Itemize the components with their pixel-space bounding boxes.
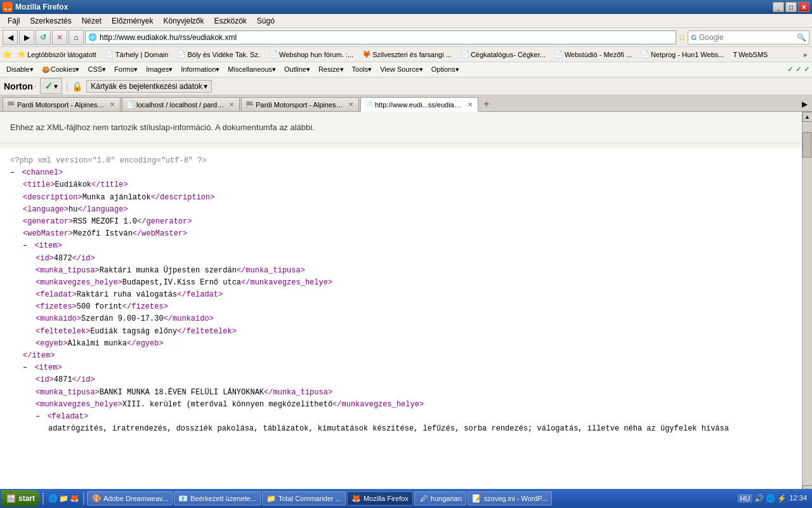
minus-item2[interactable]: – (23, 363, 27, 372)
taskbar-totalcommander[interactable]: 📁 Total Commander ... (262, 491, 346, 505)
webdev-bar: Disable▾ 🍪 Cookies▾ CSS▾ Forms▾ Images▾ … (0, 62, 812, 77)
norton-lock-icon: 🔒 (72, 81, 82, 91)
bookmark-webstudio[interactable]: 📄 Webstúdió - Mezőfi ... (551, 49, 636, 60)
xml-id2-line: <id>4871</id> (10, 374, 792, 386)
taskbar-dreamweaver[interactable]: 🎨 Adobe Dreamweav... (87, 491, 173, 505)
bookmark-most-visited[interactable]: ⭐ Legtöbbször látogatott (13, 49, 100, 60)
wd-outline[interactable]: Outline▾ (280, 64, 314, 76)
stop-button[interactable]: ✕ (52, 30, 67, 45)
bookmark-netprog[interactable]: 📄 Netprog - Hun1 Webs... (637, 49, 728, 60)
clock: 12:34 (789, 494, 807, 502)
menu-edit[interactable]: Szerkesztés (25, 15, 76, 27)
tab-close-1[interactable]: ✕ (228, 101, 235, 108)
wd-tools[interactable]: Tools▾ (348, 64, 376, 76)
bookmark-icon-3: 📄 (269, 50, 278, 58)
tab-close-3[interactable]: ✕ (466, 101, 474, 108)
menu-view[interactable]: Nézet (77, 15, 107, 27)
bookmark-szilveszteri[interactable]: 🦊 Szilveszteri és farsangi ... (358, 49, 455, 60)
norton-cards-dropdown[interactable]: Kártyák és bejelentkezési adatok ▾ (86, 80, 211, 93)
xml-pi-line: <?php xml version="1.0" encoding="utf-8"… (10, 155, 792, 167)
totalcommander-icon: 📁 (266, 493, 277, 504)
wd-forms[interactable]: Forms▾ (110, 64, 141, 76)
quick-launch: 🌐 📁 🦊 (46, 493, 81, 504)
back-button[interactable]: ◀ (3, 30, 18, 45)
minus-feladat2[interactable]: – (36, 412, 40, 421)
menu-tools[interactable]: Eszközök (209, 15, 251, 27)
quicklaunch-firefox[interactable]: 🦊 (69, 493, 79, 504)
tray-power-icon[interactable]: ⚡ (777, 494, 787, 503)
search-area: G 🔍 (688, 30, 809, 44)
tray-sound-icon[interactable]: 🔊 (754, 494, 764, 503)
start-button[interactable]: 🪟 start (1, 490, 40, 507)
bookmark-cegkatalogus[interactable]: 📄 Cégkatalógus- Cégker... (457, 49, 549, 60)
minus-item1[interactable]: – (23, 241, 27, 250)
wd-viewsource[interactable]: View Source▾ (376, 64, 427, 76)
xml-feladat2-text: adatrögzítés, iratrendezés, dossziék pak… (10, 423, 792, 435)
wd-check-1: ✓ (787, 65, 793, 74)
xml-feladat1-line: <feladat>Raktári ruha válogatás</feladat… (10, 289, 792, 301)
address-input[interactable] (100, 33, 673, 42)
bookmark-boly[interactable]: 📄 Bóly és Vidéke Tak. Sz. (173, 49, 264, 60)
maximize-button[interactable]: □ (785, 2, 797, 12)
norton-check-icon: ✓ (44, 80, 53, 92)
bookmark-icon-1: 📄 (105, 50, 114, 58)
tab-scroll-right[interactable]: ▶ (799, 97, 809, 111)
tab-label-3: http://www.eudi...ss/eudiakok.xml (375, 101, 464, 109)
wd-resize[interactable]: Resize▾ (315, 64, 348, 76)
tray-lang: HU (738, 494, 753, 503)
tab-close-2[interactable]: ✕ (347, 101, 355, 108)
wd-images[interactable]: Images▾ (142, 64, 176, 76)
bookmark-tarhelydomain[interactable]: 📄 Tárhely | Domain (102, 49, 173, 60)
xml-munkavegzes2-line: <munkavegzes_helye>XIII. kerület (mterőv… (10, 399, 792, 411)
xml-description-line: <description>Munka ajánlatok</descriptio… (10, 192, 792, 204)
quicklaunch-folder[interactable]: 📁 (58, 493, 69, 504)
wd-information[interactable]: Information▾ (177, 64, 223, 76)
wd-miscellaneous[interactable]: Miscellaneous▾ (224, 64, 280, 76)
menu-history[interactable]: Előzmények (107, 15, 158, 27)
taskbar-wordpad[interactable]: 📝 szoveg.ini - WordP... (468, 491, 552, 505)
bookmarks-overflow-arrow[interactable]: » (801, 51, 809, 58)
home-button[interactable]: ⌂ (69, 30, 84, 45)
tray-network-icon[interactable]: 🌐 (766, 494, 775, 503)
minus-channel[interactable]: – (10, 168, 15, 177)
forward-button[interactable]: ▶ (19, 30, 34, 45)
quicklaunch-ie[interactable]: 🌐 (48, 493, 58, 504)
tab-close-0[interactable]: ✕ (108, 101, 116, 108)
dreamweaver-icon: 🎨 (91, 493, 102, 504)
bookmarks-star-icon: ⭐ (3, 50, 12, 59)
minimize-button[interactable]: _ (773, 2, 784, 12)
star-area: ☆ (678, 31, 686, 43)
wd-disable[interactable]: Disable▾ (3, 64, 37, 76)
taskbar-email[interactable]: 📧 Beérkezett üzenete... (174, 491, 261, 505)
bookmark-websms[interactable]: T WebSMS (729, 50, 771, 60)
taskbar-firefox[interactable]: 🦊 Mozilla Firefox (347, 491, 413, 505)
scrollbar-vertical: ▲ ▼ (802, 112, 812, 495)
reload-button[interactable]: ↺ (36, 30, 51, 45)
new-tab-button[interactable]: + (480, 97, 494, 111)
xml-munkatipusa1-line: <munka_tipusa>Raktári munka Újpesten sze… (10, 265, 792, 277)
wd-css[interactable]: CSS▾ (84, 64, 110, 76)
scroll-thumb[interactable] (802, 132, 811, 157)
tab-2[interactable]: 🏁 Pardi Motorsport - Alpinestars, Leo ..… (241, 97, 359, 111)
xml-feltetelek1-line: <feltetelek>Eudiák tagság előny</feltete… (10, 326, 792, 338)
wd-options[interactable]: Options▾ (428, 64, 463, 76)
norton-check-dropdown[interactable]: ✓ ▾ (40, 78, 62, 94)
scroll-up-button[interactable]: ▲ (802, 112, 813, 122)
wd-cookies[interactable]: 🍪 Cookies▾ (38, 64, 84, 76)
tab-0[interactable]: 🏁 Pardi Motorsport - Alpinestars, Leo ..… (3, 97, 121, 111)
bookmark-webshop[interactable]: 📄 Webshop hun fórum. :... (265, 49, 357, 60)
star-icon[interactable]: ☆ (678, 31, 686, 43)
menu-bookmarks[interactable]: Könyvjelzők (158, 15, 209, 27)
tab-1[interactable]: 📄 localhost / localhost / pardi_new / ..… (122, 97, 240, 111)
menu-help[interactable]: Súgó (252, 15, 280, 27)
wd-check-3: ✓ (804, 65, 809, 74)
title-bar-text: Mozilla Firefox (15, 3, 68, 11)
taskbar-hungarian[interactable]: 🖊 hungarian (414, 491, 466, 505)
menu-file[interactable]: Fájl (3, 15, 25, 27)
close-button[interactable]: ✕ (798, 2, 809, 12)
wordpad-icon: 📝 (472, 493, 482, 504)
search-input[interactable] (699, 33, 794, 42)
search-icon[interactable]: 🔍 (797, 33, 806, 42)
tab-3[interactable]: 📄 http://www.eudi...ss/eudiakok.xml ✕ (360, 97, 478, 112)
nav-bar: ◀ ▶ ↺ ✕ ⌂ 🌐 ☆ G 🔍 (0, 28, 812, 47)
